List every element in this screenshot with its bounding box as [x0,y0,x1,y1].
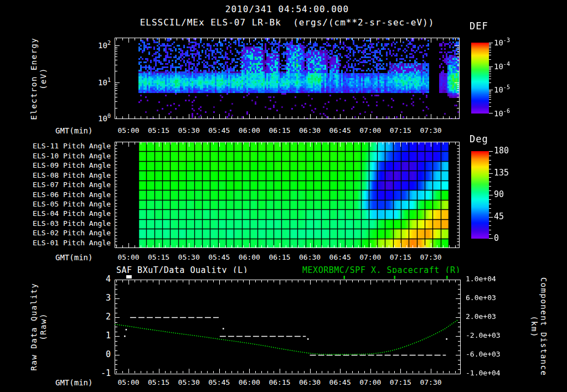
raw-axis-tick-label: 2 [90,312,111,322]
deg-colorbar-tick-label: 0 [494,233,527,243]
electron-energy-spectrogram [115,38,460,119]
pitch-row-label: ELS-10 Pitch Angle [22,152,111,161]
time-tick-label: 05:45 [204,378,235,386]
time-tick-label: 06:45 [324,126,355,135]
time-tick-label: 06:30 [295,253,326,261]
time-tick-label: 07:00 [355,378,386,386]
time-tick-label: 06:15 [264,253,295,261]
spectrogram-title: ELSSCIL/MEx ELS-07 LR-Bk (ergs/(cm**2-sr… [115,17,460,28]
pitch-row-label: ELS-05 Pitch Angle [22,200,111,209]
deg-colorbar-tick-label: 45 [494,212,527,221]
time-tick-label: 06:15 [264,378,295,386]
def-colorbar-tick-label: 10-6 [494,108,535,118]
pitch-row-label: ELS-04 Pitch Angle [22,209,111,219]
panel1-y-axis-title: Electron Energy(eV) [29,0,48,162]
time-tick-label: 06:00 [234,253,265,261]
panel3-right-axis-title: Component Distance(km) [529,244,548,392]
time-tick-label: 07:30 [415,126,446,135]
time-tick-label: 07:30 [415,253,446,261]
time-tick-label: 06:30 [295,378,326,386]
panel3-right-axis-title-line1: Component Distance [539,277,548,376]
pitch-row-label: ELS-07 Pitch Angle [22,180,111,190]
def-colorbar-tick-label: 10-4 [494,61,535,71]
time-tick-label: 05:30 [173,126,204,135]
p1-ytick-label: 102 [81,40,111,50]
time-tick-label: 05:15 [143,253,174,261]
gmt-axis-label: GMT(min) [55,378,92,387]
distance-axis-tick-label: -2.0e+03 [466,331,512,340]
time-tick-label: 07:00 [355,126,386,135]
pitch-row-label: ELS-06 Pitch Angle [22,190,111,200]
raw-axis-tick-label: 0 [90,349,111,359]
pitch-row-label: ELS-08 Pitch Angle [22,171,111,180]
panel3-time-axis: GMT(min)05:0005:1505:3005:4506:0006:1506… [0,378,567,388]
time-tick-label: 06:00 [234,126,265,135]
def-colorbar-tick-label: 10-3 [494,37,535,47]
timestamp-title: 2010/341 04:54:00.000 [115,4,460,14]
time-tick-label: 05:45 [204,253,235,261]
distance-axis-tick-label: 2.0e+03 [466,312,512,321]
distance-axis-tick-label: -1.0e+04 [466,369,512,378]
gmt-axis-label: GMT(min) [55,253,92,262]
time-tick-label: 05:15 [143,378,174,386]
panel1-y-axis-title-line1: Electron Energy [29,38,38,120]
time-tick-label: 06:45 [324,253,355,261]
time-tick-label: 05:00 [113,253,144,261]
time-tick-label: 05:45 [204,126,235,135]
deg-colorbar-tick-label: 135 [494,168,527,178]
raw-axis-tick-label: 4 [90,274,111,284]
def-colorbar-title: DEF [470,20,488,32]
deg-colorbar-tick-label: 90 [494,189,527,199]
distance-axis-tick-label: -6.0e+03 [466,350,512,359]
raw-axis-tick-label: 3 [90,293,111,303]
time-tick-label: 05:15 [143,126,174,135]
time-tick-label: 07:15 [385,126,416,135]
raw-axis-tick-label: -1 [90,368,111,378]
pitch-row-label: ELS-09 Pitch Angle [22,161,111,171]
panel3-left-axis-title: Raw Data Quality(Raw) [29,244,48,392]
quality-distance-plot [115,273,461,377]
time-tick-label: 05:00 [113,126,144,135]
time-tick-label: 06:45 [324,378,355,386]
panel3-right-axis-title-line2: (km) [530,316,539,338]
panel3-left-axis-title-line2: (Raw) [39,313,48,341]
def-colorbar-tick-label: 10-5 [494,84,535,94]
raw-axis-tick-label: 1 [90,331,111,341]
pitch-row-label: ELS-02 Pitch Angle [22,229,111,238]
time-tick-label: 05:30 [173,253,204,261]
time-tick-label: 07:30 [415,378,446,386]
deg-colorbar-title: Deg [470,133,488,145]
gmt-axis-label: GMT(min) [55,126,92,135]
time-tick-label: 06:15 [264,126,295,135]
time-tick-label: 07:15 [385,378,416,386]
time-tick-label: 05:00 [113,378,144,386]
time-tick-label: 07:15 [385,253,416,261]
def-colorbar [471,43,489,114]
panel1-y-axis-title-line2: (eV) [39,68,48,90]
plot-page: 2010/341 04:54:00.000 ELSSCIL/MEx ELS-07… [0,0,567,392]
time-tick-label: 07:00 [355,253,386,261]
pitch-row-label: ELS-11 Pitch Angle [22,142,111,151]
pitch-row-label: ELS-03 Pitch Angle [22,219,111,229]
p1-ytick-label: 101 [81,77,111,87]
def-colorbar-ticks [489,43,496,114]
panel2-time-axis: GMT(min)05:0005:1505:3005:4506:0006:1506… [0,252,567,262]
p1-ytick-label: 100 [81,113,111,123]
time-tick-label: 06:30 [295,126,326,135]
distance-axis-tick-label: 6.0e+03 [466,293,512,302]
distance-axis-tick-label: 1.0e+04 [466,275,512,283]
panel3-left-axis-title-line1: Raw Data Quality [29,283,38,371]
pitch-angle-heatmap [115,142,460,248]
deg-colorbar [471,151,489,239]
time-tick-label: 05:30 [173,378,204,386]
deg-colorbar-tick-label: 180 [494,146,527,156]
time-tick-label: 06:00 [234,378,265,386]
